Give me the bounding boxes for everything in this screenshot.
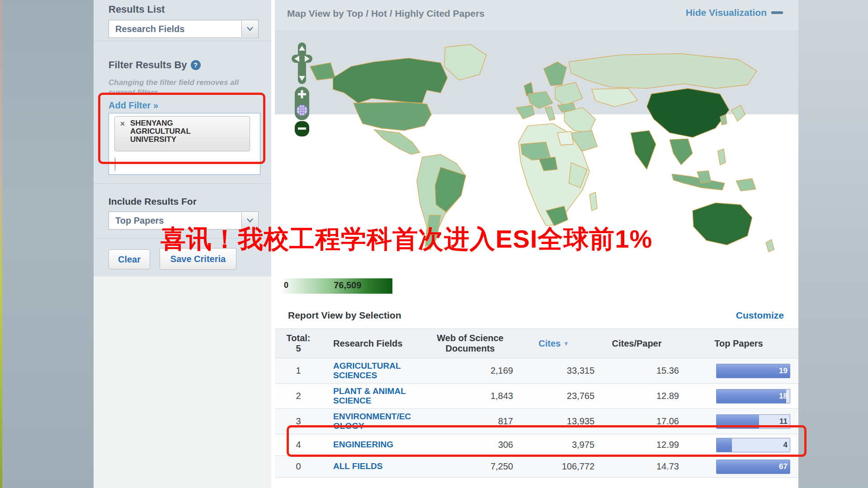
wos-docs-value: 817 xyxy=(427,416,513,427)
cites-value: 33,315 xyxy=(513,366,594,376)
cites-value: 23,765 xyxy=(513,391,594,401)
cites-value: 3,975 xyxy=(513,440,594,450)
map-view-title: Map View by Top / Hot / Highly Cited Pap… xyxy=(287,8,485,19)
filter-input-box[interactable]: × SHENYANG AGRICULTURAL UNIVERSITY xyxy=(108,113,260,175)
table-row: 2 PLANT & ANIMAL SCIENCE 1,843 23,765 12… xyxy=(275,384,798,409)
field-link[interactable]: ENGINEERING xyxy=(333,440,393,450)
sidebar: Results List Research Fields Filter Resu… xyxy=(94,0,271,488)
map-header-bar: Map View by Top / Hot / Highly Cited Pap… xyxy=(275,0,798,30)
divider xyxy=(94,238,271,239)
row-rank: 0 xyxy=(275,461,322,472)
table-row: 3 ENVIRONMENT/ECOLOGY 817 13,935 17.06 1… xyxy=(275,409,798,434)
row-rank: 1 xyxy=(275,366,322,376)
top-papers-bar: 18 xyxy=(716,389,790,404)
cites-per-paper-value: 15.36 xyxy=(594,366,679,376)
zoom-out-icon xyxy=(298,127,306,130)
cites-per-paper-value: 12.89 xyxy=(594,391,679,401)
field-link[interactable]: AGRICULTURAL SCIENCES xyxy=(333,361,412,380)
clear-button[interactable]: Clear xyxy=(108,249,150,269)
filter-chip: × SHENYANG AGRICULTURAL UNIVERSITY xyxy=(114,116,250,151)
top-papers-bar: 67 xyxy=(716,460,790,474)
table-row: 0 ALL FIELDS 7,250 106,772 14.73 67 xyxy=(275,456,798,478)
help-icon[interactable]: ? xyxy=(191,60,201,70)
top-papers-value: 11 xyxy=(779,417,788,426)
sort-desc-icon: ▼ xyxy=(563,340,569,347)
field-link[interactable]: ALL FIELDS xyxy=(333,462,382,471)
wos-docs-value: 7,250 xyxy=(427,461,513,472)
map-visualization xyxy=(275,30,798,277)
col-header-cites[interactable]: Cites ▼ xyxy=(513,338,594,349)
customize-link[interactable]: Customize xyxy=(736,310,784,321)
report-table: Total: 5 Research Fields Web of Science … xyxy=(275,329,798,478)
top-papers-bar: 19 xyxy=(716,364,790,378)
filter-chip-label: SHENYANG AGRICULTURAL UNIVERSITY xyxy=(130,119,234,144)
desktop-background-left xyxy=(0,0,94,488)
chevron-down-icon[interactable] xyxy=(241,21,258,37)
cites-per-paper-value: 14.73 xyxy=(594,461,679,472)
top-papers-value: 19 xyxy=(779,366,788,375)
cites-value: 13,935 xyxy=(513,416,594,427)
map-zoom-control[interactable] xyxy=(294,87,310,136)
desktop-background-right xyxy=(798,0,868,488)
add-filter-link[interactable]: Add Filter » xyxy=(108,100,158,111)
results-list-dropdown[interactable]: Research Fields xyxy=(108,20,259,38)
divider xyxy=(94,183,271,184)
table-header-row: Total: 5 Research Fields Web of Science … xyxy=(275,329,798,358)
col-header-research-fields: Research Fields xyxy=(322,338,427,349)
bar-fill xyxy=(717,389,786,403)
include-results-title: Include Results For xyxy=(108,196,197,207)
report-view-title: Report View by Selection xyxy=(288,310,401,321)
wos-docs-value: 1,843 xyxy=(427,391,513,401)
map-color-legend: 0 76,509 xyxy=(282,278,392,294)
minus-icon xyxy=(771,11,783,14)
remove-filter-icon[interactable]: × xyxy=(115,119,130,128)
top-papers-bar: 11 xyxy=(716,414,790,429)
top-papers-value: 18 xyxy=(779,392,788,401)
cites-per-paper-value: 12.99 xyxy=(594,440,679,450)
top-papers-value: 4 xyxy=(783,441,788,450)
row-rank: 4 xyxy=(275,440,322,450)
filter-note: Changing the filter field removes all cu… xyxy=(108,78,244,98)
esi-app-screen: Results List Research Fields Filter Resu… xyxy=(0,0,868,488)
cites-value: 106,772 xyxy=(513,461,594,472)
include-results-dropdown-value: Top Papers xyxy=(109,216,241,226)
report-header-bar: Report View by Selection Customize xyxy=(275,304,798,329)
include-results-dropdown[interactable]: Top Papers xyxy=(108,211,259,230)
divider xyxy=(94,41,271,41)
wos-docs-value: 306 xyxy=(427,440,513,450)
filter-results-title-text: Filter Results By xyxy=(108,59,187,70)
table-row-engineering: 4 ENGINEERING 306 3,975 12.99 4 xyxy=(275,434,798,456)
zoom-in-icon xyxy=(301,90,303,99)
cites-label: Cites xyxy=(538,338,561,348)
results-list-title: Results List xyxy=(108,4,165,15)
top-papers-bar: 4 xyxy=(716,438,790,452)
desktop-edge-sliver xyxy=(0,0,2,488)
results-list-dropdown-value: Research Fields xyxy=(109,24,241,34)
bar-fill xyxy=(717,415,759,428)
legend-max-label: 76,509 xyxy=(334,280,361,291)
total-label: Total: xyxy=(275,333,322,343)
col-header-top-papers: Top Papers xyxy=(679,338,798,349)
hide-visualization-link[interactable]: Hide Visualization xyxy=(686,7,783,18)
field-link[interactable]: PLANT & ANIMAL SCIENCE xyxy=(333,387,412,406)
text-cursor xyxy=(115,158,115,170)
map-pan-control[interactable] xyxy=(292,42,312,84)
filter-results-title: Filter Results By? xyxy=(108,59,201,71)
total-count: Total: 5 xyxy=(275,333,322,354)
cites-per-paper-value: 17.06 xyxy=(594,416,679,427)
col-header-wos-documents: Web of Science Documents xyxy=(427,333,513,354)
col-header-cites-per-paper: Cites/Paper xyxy=(594,338,679,349)
top-papers-value: 67 xyxy=(779,462,788,471)
hide-visualization-label: Hide Visualization xyxy=(686,7,767,18)
world-choropleth-map[interactable] xyxy=(289,34,793,272)
field-link[interactable]: ENVIRONMENT/ECOLOGY xyxy=(333,412,412,431)
total-value: 5 xyxy=(275,343,322,354)
wos-docs-value: 2,169 xyxy=(427,366,513,376)
bar-fill xyxy=(717,438,732,452)
row-rank: 2 xyxy=(275,391,322,401)
chevron-down-icon[interactable] xyxy=(241,212,258,229)
save-criteria-button[interactable]: Save Criteria xyxy=(160,248,236,270)
legend-min-label: 0 xyxy=(284,281,288,290)
row-rank: 3 xyxy=(275,416,322,427)
panel-gap xyxy=(271,0,275,488)
